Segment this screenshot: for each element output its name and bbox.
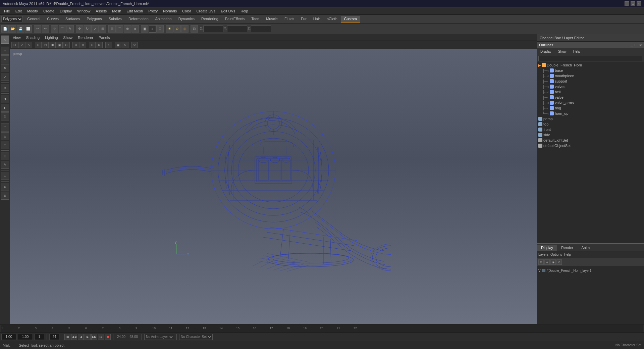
snap-settings[interactable]: ◈ bbox=[1, 183, 9, 191]
ch-icon-3[interactable]: ◉ bbox=[550, 259, 556, 265]
menu-edit-mesh[interactable]: Edit Mesh bbox=[124, 8, 146, 14]
subtab-help[interactable]: Help bbox=[564, 253, 571, 256]
viewport-menu-shading[interactable]: Shading bbox=[26, 36, 40, 40]
snap-curve-icon[interactable]: ⌒ bbox=[116, 25, 123, 33]
anim-layer-selector[interactable]: No Anim Layer bbox=[144, 334, 174, 340]
camera-aim-tool[interactable]: ⊡ bbox=[1, 172, 9, 180]
timeline-ruler[interactable]: 1 2 3 4 5 6 7 8 9 10 11 12 13 14 15 16 1… bbox=[1, 325, 643, 332]
tab-muscle[interactable]: Muscle bbox=[263, 16, 281, 22]
viewport-menu-panels[interactable]: Panels bbox=[99, 36, 110, 40]
ch-icon-4[interactable]: ⊙ bbox=[556, 259, 562, 265]
outliner-item-persp[interactable]: persp bbox=[537, 116, 644, 121]
goto-start-button[interactable]: ⏮ bbox=[64, 334, 70, 340]
tab-surfaces[interactable]: Surfaces bbox=[62, 16, 83, 22]
menu-assets[interactable]: Assets bbox=[93, 8, 109, 14]
viewport-menu-lighting[interactable]: Lighting bbox=[45, 36, 58, 40]
render-region-vp-icon[interactable]: ▣ bbox=[115, 42, 121, 48]
menu-mesh[interactable]: Mesh bbox=[109, 8, 124, 14]
outliner-item-horn-up[interactable]: └─○ horn_up bbox=[537, 111, 644, 116]
texture-icon[interactable]: ▣ bbox=[56, 42, 63, 48]
playback-end-field[interactable]: 24 bbox=[49, 334, 59, 340]
camera-prev-icon[interactable]: ◁ bbox=[18, 42, 25, 48]
quick-render-icon[interactable]: ▷ bbox=[122, 42, 128, 48]
outliner-item-valves[interactable]: ├─○ valves bbox=[537, 84, 644, 89]
render-settings[interactable]: ⊛ bbox=[1, 192, 9, 200]
smooth-icon[interactable]: ◻ bbox=[42, 42, 49, 48]
viewport-menu-renderer[interactable]: Renderer bbox=[78, 36, 93, 40]
tab-custom[interactable]: Custom bbox=[341, 16, 360, 22]
subtab-layers[interactable]: Layers bbox=[538, 253, 548, 256]
render-region-icon[interactable]: ▣ bbox=[141, 25, 148, 33]
new-file-icon[interactable]: 📄 bbox=[1, 25, 9, 33]
camera-select-icon[interactable]: ⊡ bbox=[11, 42, 18, 48]
outliner-maximize[interactable]: □ bbox=[635, 43, 637, 47]
outliner-item-front[interactable]: front bbox=[537, 127, 644, 132]
outliner-item-support[interactable]: ├─○ support bbox=[537, 79, 644, 84]
menu-normals[interactable]: Normals bbox=[160, 8, 179, 14]
menu-edit-uvs[interactable]: Edit UVs bbox=[218, 8, 238, 14]
surface-tool[interactable]: ◻ bbox=[1, 141, 9, 149]
outliner-item-bell[interactable]: ├─○ bell bbox=[537, 89, 644, 95]
outliner-menu-show[interactable]: Show bbox=[556, 49, 569, 54]
step-forward-button[interactable]: ▶▶ bbox=[91, 334, 97, 340]
viewport-menu-show[interactable]: Show bbox=[63, 36, 73, 40]
tab-rendering[interactable]: Rendering bbox=[198, 16, 222, 22]
viewport-options-icon[interactable]: ⚙ bbox=[131, 42, 138, 48]
tab-general[interactable]: General bbox=[24, 16, 44, 22]
select-icon[interactable]: ⊹ bbox=[51, 25, 58, 33]
redo-icon[interactable]: ↪ bbox=[42, 25, 49, 33]
tab-ncloth[interactable]: nCloth bbox=[323, 16, 341, 22]
outliner-tree[interactable]: ▶ Double_French_Horn ├─○ base ├─○ mouthp… bbox=[537, 62, 644, 243]
curve-tool[interactable]: ⌒ bbox=[1, 123, 9, 132]
sculpt-tool[interactable]: ◐ bbox=[1, 104, 9, 112]
scale-tool[interactable]: ⤢ bbox=[1, 73, 9, 81]
light2-icon[interactable]: ⊙ bbox=[173, 25, 181, 33]
close-button[interactable]: × bbox=[637, 1, 641, 6]
menu-window[interactable]: Window bbox=[74, 8, 93, 14]
range-start-field[interactable]: 1.00 bbox=[1, 334, 16, 340]
render-icon[interactable]: ▷ bbox=[149, 25, 156, 33]
camera-next-icon[interactable]: ▷ bbox=[25, 42, 32, 48]
open-file-icon[interactable]: 📂 bbox=[9, 25, 16, 33]
menu-create[interactable]: Create bbox=[41, 8, 57, 14]
step-back-button[interactable]: ◀◀ bbox=[71, 334, 77, 340]
outliner-menu-help[interactable]: Help bbox=[571, 49, 582, 54]
goto-end-button[interactable]: ⏭ bbox=[98, 334, 104, 340]
poly-tool[interactable]: △ bbox=[1, 132, 9, 140]
deform-tool[interactable]: ⊘ bbox=[1, 112, 9, 120]
tab-fur[interactable]: Fur bbox=[298, 16, 310, 22]
move-icon[interactable]: ✛ bbox=[76, 25, 83, 33]
xray-icon[interactable]: ⊗ bbox=[72, 42, 79, 48]
menu-create-uvs[interactable]: Create UVs bbox=[194, 8, 218, 14]
channel-tab-render[interactable]: Render bbox=[557, 245, 577, 251]
annotate-tool[interactable]: ✎ bbox=[1, 161, 9, 169]
rotate-icon[interactable]: ↻ bbox=[84, 25, 91, 33]
grid-icon[interactable]: ⊞ bbox=[89, 42, 96, 48]
light-icon[interactable]: ⊙ bbox=[63, 42, 70, 48]
viewport-menu-view[interactable]: View bbox=[13, 36, 21, 40]
outliner-item-base[interactable]: ├─○ base bbox=[537, 68, 644, 73]
snap-surface-icon[interactable]: ◈ bbox=[131, 25, 139, 33]
save-as-icon[interactable]: ⬜ bbox=[24, 25, 32, 33]
tab-polygons[interactable]: Polygons bbox=[83, 16, 105, 22]
menu-modify[interactable]: Modify bbox=[24, 8, 41, 14]
camera-icon[interactable]: ⊡ bbox=[191, 25, 198, 33]
outliner-item-mouthpiece[interactable]: ├─○ mouthpiece bbox=[537, 73, 644, 79]
scale-icon[interactable]: ⤢ bbox=[91, 25, 99, 33]
outliner-item-double-french-horn[interactable]: ▶ Double_French_Horn bbox=[537, 62, 644, 68]
z-field[interactable] bbox=[251, 26, 271, 32]
undo-icon[interactable]: ↩ bbox=[34, 25, 41, 33]
paint-select-tool[interactable]: ⊹ bbox=[1, 47, 9, 55]
outliner-item-default-light-set[interactable]: defaultLightSet bbox=[537, 138, 644, 143]
x-field[interactable] bbox=[203, 26, 223, 32]
ch-icon-1[interactable]: ⊞ bbox=[538, 259, 544, 265]
outliner-search-input[interactable] bbox=[538, 56, 642, 61]
menu-edit[interactable]: Edit bbox=[13, 8, 24, 14]
tab-fluids[interactable]: Fluids bbox=[281, 16, 298, 22]
lasso-icon[interactable]: ⌒ bbox=[59, 25, 66, 33]
tab-dynamics[interactable]: Dynamics bbox=[175, 16, 198, 22]
outliner-item-valve-arms[interactable]: ├─○ valve_arms bbox=[537, 100, 644, 105]
menu-help[interactable]: Help bbox=[238, 8, 251, 14]
rotate-tool[interactable]: ↻ bbox=[1, 64, 9, 72]
save-file-icon[interactable]: 💾 bbox=[17, 25, 24, 33]
